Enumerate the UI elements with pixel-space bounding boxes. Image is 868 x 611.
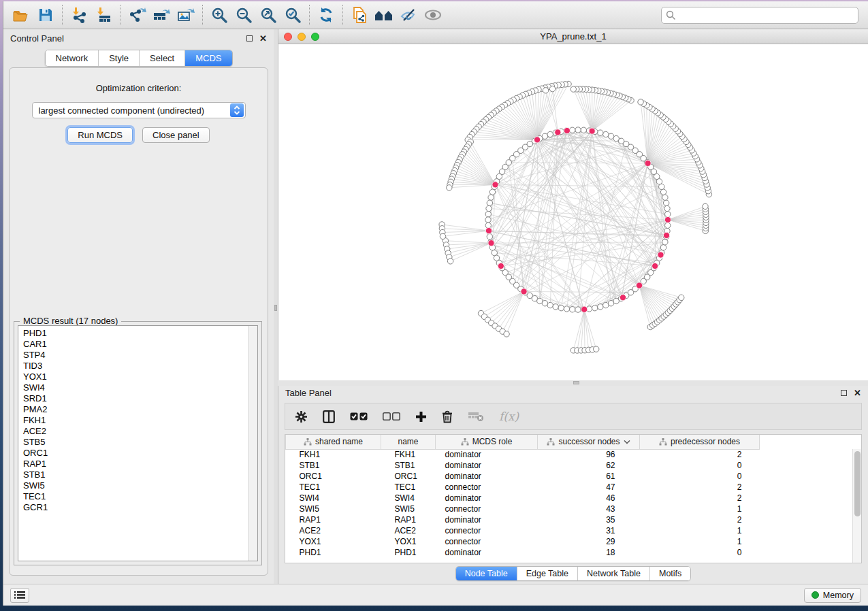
float-panel-icon[interactable] <box>841 390 847 396</box>
search-box[interactable] <box>661 7 858 24</box>
clone-network-button[interactable] <box>347 3 372 27</box>
toolbar-separator <box>309 5 310 25</box>
table-options-button[interactable] <box>295 410 308 423</box>
table-row[interactable]: YOX1 YOX1 connector 29 1 <box>286 536 760 547</box>
task-history-button[interactable] <box>10 588 29 603</box>
network-canvas[interactable] <box>278 44 868 380</box>
table-row[interactable]: ORC1 ORC1 dominator 61 0 <box>286 471 760 482</box>
column-header-mcds-role[interactable]: MCDS role <box>436 435 538 449</box>
mcds-result-item[interactable]: ORC1 <box>23 448 257 459</box>
mcds-result-item[interactable]: SWI5 <box>23 480 257 491</box>
select-all-button[interactable] <box>350 412 368 421</box>
tab-node-table[interactable]: Node Table <box>456 567 517 580</box>
mcds-result-item[interactable]: RAP1 <box>23 459 257 469</box>
mcds-result-item[interactable]: CAR1 <box>23 339 257 350</box>
import-network-button[interactable] <box>67 3 91 27</box>
network-graph[interactable] <box>278 44 867 380</box>
mcds-result-item[interactable]: TEC1 <box>23 491 257 502</box>
tab-select[interactable]: Select <box>140 50 185 66</box>
close-panel-button[interactable]: Close panel <box>142 127 210 143</box>
delete-table-icon <box>468 411 484 422</box>
search-icon <box>666 10 676 20</box>
show-columns-button[interactable] <box>323 410 335 423</box>
close-panel-icon[interactable]: ✕ <box>854 390 861 396</box>
first-neighbors-button[interactable] <box>372 3 396 27</box>
mcds-result-item[interactable]: SRD1 <box>23 393 257 404</box>
mcds-result-item[interactable]: ACE2 <box>23 426 257 437</box>
export-table-icon <box>152 6 171 24</box>
table-row[interactable]: ACE2 ACE2 connector 31 1 <box>286 525 760 536</box>
export-image-button[interactable] <box>174 3 198 27</box>
zoom-selected-button[interactable] <box>280 3 305 27</box>
float-panel-icon[interactable] <box>246 35 253 42</box>
show-details-button[interactable] <box>421 3 445 27</box>
table-row[interactable]: SWI4 SWI4 dominator 46 2 <box>286 493 760 503</box>
import-table-button[interactable] <box>91 3 116 27</box>
scrollbar-thumb[interactable] <box>854 451 861 516</box>
mcds-result-item[interactable]: STP4 <box>23 350 257 361</box>
table-row[interactable]: TEC1 TEC1 connector 47 2 <box>286 482 760 493</box>
optimization-criterion-select[interactable]: largest connected component (undirected) <box>32 102 246 118</box>
table-row[interactable]: STB1 STB1 dominator 62 0 <box>286 460 760 471</box>
tab-edge-table[interactable]: Edge Table <box>517 567 578 580</box>
close-panel-icon[interactable]: ✕ <box>259 35 267 42</box>
table-panel-header: Table Panel ✕ <box>278 386 868 399</box>
mcds-result-list[interactable]: PHD1CAR1STP4TID3YOX1SWI4SRD1PMA2FKH1ACE2… <box>18 325 258 561</box>
refresh-button[interactable] <box>314 3 338 27</box>
plus-icon <box>415 411 427 423</box>
first-neighbors-icon <box>374 7 394 23</box>
export-table-button[interactable] <box>149 3 174 27</box>
optimization-criterion-label: Optimization criterion: <box>10 83 268 93</box>
mcds-result-item[interactable]: PMA2 <box>23 404 257 415</box>
tab-style[interactable]: Style <box>99 50 140 66</box>
zoom-selected-icon <box>284 6 302 24</box>
add-column-button[interactable] <box>415 411 427 423</box>
memory-button[interactable]: Memory <box>804 588 861 603</box>
mcds-result-item[interactable]: GCR1 <box>23 502 257 513</box>
mcds-result-item[interactable]: TID3 <box>23 361 257 371</box>
import-table-icon <box>95 6 112 24</box>
tab-network[interactable]: Network <box>45 50 99 66</box>
zoom-out-button[interactable] <box>231 3 256 27</box>
mcds-result-item[interactable]: STB5 <box>23 437 257 448</box>
save-session-button[interactable] <box>33 3 58 27</box>
open-folder-icon <box>12 7 30 23</box>
column-header-predecessor-nodes[interactable]: predecessor nodes <box>640 435 760 449</box>
delete-column-button[interactable] <box>442 410 453 423</box>
table-row[interactable]: FKH1 FKH1 dominator 96 2 <box>286 449 760 460</box>
table-scrollbar[interactable] <box>852 449 861 563</box>
open-file-button[interactable] <box>9 3 33 27</box>
clear-selection-button[interactable] <box>383 412 400 421</box>
table-row[interactable]: RAP1 RAP1 dominator 35 2 <box>286 514 760 525</box>
column-header-successor-nodes[interactable]: successor nodes <box>538 435 640 449</box>
export-network-button[interactable] <box>125 3 149 27</box>
mcds-list-scrollbar[interactable] <box>248 326 257 561</box>
mcds-result-item[interactable]: FKH1 <box>23 415 257 426</box>
mcds-result-item[interactable]: YOX1 <box>23 371 257 382</box>
mcds-result-item[interactable]: PHD1 <box>23 328 257 339</box>
tab-network-table[interactable]: Network Table <box>578 567 650 580</box>
zoom-fit-button[interactable] <box>256 3 280 27</box>
clear-selection-icon <box>383 412 400 421</box>
run-mcds-button[interactable]: Run MCDS <box>67 127 133 143</box>
splitter-handle[interactable] <box>274 305 277 311</box>
column-header-name[interactable]: name <box>381 435 436 449</box>
mcds-result-item[interactable]: SWI4 <box>23 382 257 393</box>
column-header-shared-name[interactable]: shared name <box>286 435 381 449</box>
table-row[interactable]: SWI5 SWI5 connector 43 1 <box>286 503 760 514</box>
zoom-in-button[interactable] <box>207 3 231 27</box>
hide-details-button[interactable] <box>396 3 421 27</box>
table-row[interactable]: PHD1 PHD1 dominator 18 0 <box>286 547 760 558</box>
export-network-icon <box>127 6 146 24</box>
toolbar-separator <box>120 5 120 25</box>
search-input[interactable] <box>679 10 854 20</box>
zoom-fit-icon <box>259 6 277 24</box>
mcds-result-item[interactable]: STB1 <box>23 469 257 480</box>
tab-mcds[interactable]: MCDS <box>185 50 231 66</box>
vertical-splitter[interactable] <box>274 29 278 584</box>
horizontal-splitter[interactable] <box>278 380 868 386</box>
tab-motifs[interactable]: Motifs <box>650 567 690 580</box>
control-panel-title: Control Panel <box>10 33 64 44</box>
export-image-icon <box>176 6 195 24</box>
splitter-handle[interactable] <box>573 381 579 384</box>
